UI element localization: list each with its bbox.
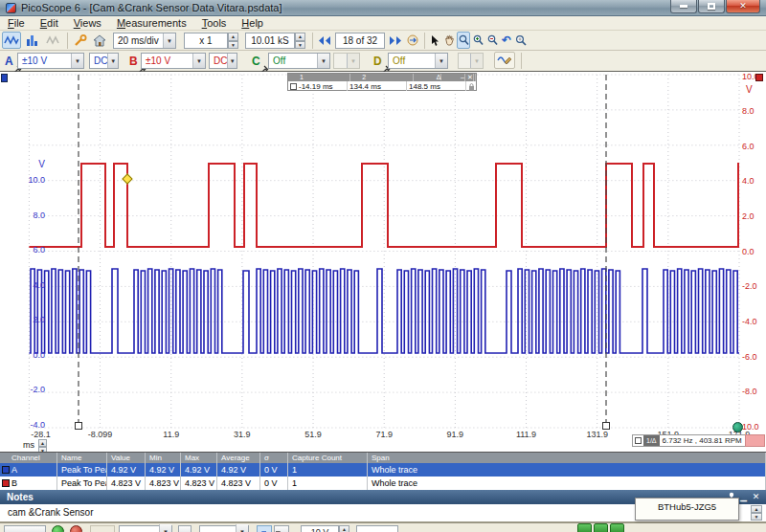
maximize-button[interactable]: [698, 0, 725, 13]
rising-edge-button[interactable]: [257, 525, 272, 532]
menu-file[interactable]: File: [0, 16, 33, 30]
x-axis-tick: 71.9: [375, 430, 393, 439]
zoom-in-button[interactable]: [471, 32, 484, 49]
pretrigger-box[interactable]: [356, 525, 398, 532]
channel-a-coupling-dropdown[interactable]: DC▼: [89, 53, 119, 69]
zoom-factor-box[interactable]: x 1: [184, 33, 228, 49]
properties-wrench-button[interactable]: [71, 32, 90, 49]
frequency-legend-label: 1/Δ: [643, 435, 660, 446]
right-axis-tick: -4.0: [742, 317, 757, 326]
frequency-legend-checkbox[interactable]: [635, 437, 642, 444]
app-icon: [6, 3, 16, 13]
time-ruler-handle-1[interactable]: [75, 422, 82, 430]
zoom-full-button[interactable]: [514, 32, 528, 49]
ruler-checkbox[interactable]: [290, 83, 297, 90]
channel-b-label: B: [129, 55, 138, 68]
zoom-in-icon: [473, 34, 484, 46]
awg-wave-icon: [497, 55, 512, 66]
channel-b-range-dropdown[interactable]: ±10 V▼: [141, 53, 206, 69]
stop-button[interactable]: [70, 525, 82, 532]
scope-view-button[interactable]: [2, 32, 21, 49]
channel-a-range-dropdown[interactable]: ±10 V▼: [17, 53, 84, 69]
ruler-delta-cell: 148.5 ms: [407, 81, 466, 91]
channel-a-axis-handle[interactable]: [1, 74, 8, 82]
measure-col-header: Name: [57, 453, 107, 463]
x-axis-tick: 31.9: [234, 430, 251, 439]
spin-down-icon[interactable]: ▼: [295, 41, 305, 50]
scope-wave-icon: [4, 34, 19, 46]
channel-c-range-dropdown[interactable]: Off▼: [268, 53, 330, 69]
timebase-dropdown[interactable]: 20 ms/div▼: [113, 33, 176, 49]
chevron-down-icon: ▼: [317, 54, 329, 68]
menu-edit[interactable]: Edit: [33, 16, 66, 30]
chevron-down-icon: ▼: [163, 33, 175, 48]
spectrum-view-button[interactable]: [23, 32, 42, 49]
spin-down-icon[interactable]: ▼: [228, 41, 238, 50]
close-button[interactable]: ✕: [726, 0, 760, 13]
zoom-factor-spinner[interactable]: ▲▼: [228, 33, 238, 49]
ruler-legend-box[interactable]: 1 2 Δ – ✕ -14.19 ms 134.4 ms 148.5 ms: [287, 73, 477, 91]
trigger-settings-button[interactable]: [178, 525, 192, 532]
minimize-icon: [680, 5, 687, 8]
trigger-threshold-box[interactable]: 10 V: [301, 525, 339, 532]
title-bar[interactable]: PicoScope 6 - [Cam &Crank Sensor Data Vi…: [0, 0, 766, 16]
spin-up-icon[interactable]: ▲: [295, 33, 305, 41]
time-ruler-handle-2[interactable]: [602, 422, 610, 430]
menu-tools[interactable]: Tools: [194, 16, 235, 30]
scope-plot-area[interactable]: 10.08.06.04.02.00.0-2.0-4.0V10.08.06.04.…: [0, 72, 766, 452]
channel-d-range-dropdown[interactable]: Off▼: [388, 53, 448, 69]
persistence-view-button[interactable]: [44, 32, 63, 49]
menu-views[interactable]: Views: [66, 16, 109, 30]
hand-tool-button[interactable]: [442, 32, 456, 49]
close-icon[interactable]: ✕: [750, 492, 762, 502]
trigger-mode-dropdown[interactable]: ▼: [119, 525, 172, 532]
toolbar-separator: [67, 33, 68, 49]
green-toolbar-button[interactable]: [577, 523, 592, 532]
buffer-index-box[interactable]: 18 of 32: [335, 33, 385, 49]
capture-state-button[interactable]: [4, 525, 46, 532]
ruler-legend-values: -14.19 ms 134.4 ms 148.5 ms: [288, 81, 476, 91]
b-axis-scroll-marker[interactable]: [732, 422, 743, 432]
signal-generator-button[interactable]: [494, 52, 515, 69]
menu-measurements[interactable]: Measurements: [109, 16, 194, 30]
trigger-source-dropdown[interactable]: ▼: [199, 525, 249, 532]
channel-b-axis-handle[interactable]: [755, 74, 763, 81]
ruler-lock[interactable]: [466, 81, 476, 91]
zoom-tool-button[interactable]: [457, 32, 470, 49]
picoscope-window: PicoScope 6 - [Cam &Crank Sensor Data Vi…: [0, 0, 766, 532]
measurement-row-b[interactable]: BPeak To Peak4.823 V4.823 V4.823 V4.823 …: [0, 477, 766, 490]
spin-up-icon[interactable]: ▲: [228, 33, 238, 41]
buffer-navigator-icon: [407, 34, 418, 46]
left-axis-tick: -4.0: [19, 420, 45, 430]
pointer-tool-button[interactable]: [428, 32, 441, 49]
chevron-down-icon: ▼: [347, 54, 359, 68]
start-button[interactable]: [52, 525, 64, 532]
menu-help[interactable]: Help: [234, 16, 271, 30]
green-toolbar-button[interactable]: [594, 523, 608, 532]
trigger-threshold-spinner[interactable]: ▲▼: [339, 525, 349, 532]
measure-cell: 4.92 V: [217, 463, 260, 477]
zoom-out-button[interactable]: [485, 32, 499, 49]
left-axis-unit: V: [19, 159, 45, 169]
channel-b-coupling-dropdown[interactable]: DC▼: [209, 53, 237, 69]
home-button[interactable]: [90, 32, 109, 49]
buffer-navigator-button[interactable]: [405, 32, 420, 49]
measure-cell: 1: [288, 477, 368, 490]
close-icon[interactable]: ✕: [456, 74, 474, 81]
right-axis-tick: -2.0: [742, 281, 757, 291]
frequency-legend[interactable]: 1/Δ 6.732 Hz , 403.81 RPM: [632, 434, 746, 447]
undo-zoom-button[interactable]: ↶: [500, 32, 513, 49]
x-axis-tick: 131.9: [586, 430, 608, 439]
samples-spinner[interactable]: ▲▼: [295, 33, 305, 49]
notes-scroll-spinner[interactable]: ▲▼: [751, 505, 762, 521]
falling-edge-button[interactable]: [274, 525, 289, 532]
minimize-button[interactable]: [670, 0, 697, 13]
measure-cell: 4.823 V: [107, 477, 146, 490]
samples-box[interactable]: 10.01 kS: [245, 33, 295, 49]
waveform-canvas[interactable]: [0, 72, 766, 452]
previous-buffer-button[interactable]: [316, 32, 333, 49]
measurement-row-a[interactable]: APeak To Peak4.92 V4.92 V4.92 V4.92 V0 V…: [0, 463, 766, 477]
green-toolbar-button[interactable]: [610, 523, 624, 532]
x-axis-unit-spinner[interactable]: ▲▼: [38, 439, 47, 451]
next-buffer-button[interactable]: [387, 32, 404, 49]
